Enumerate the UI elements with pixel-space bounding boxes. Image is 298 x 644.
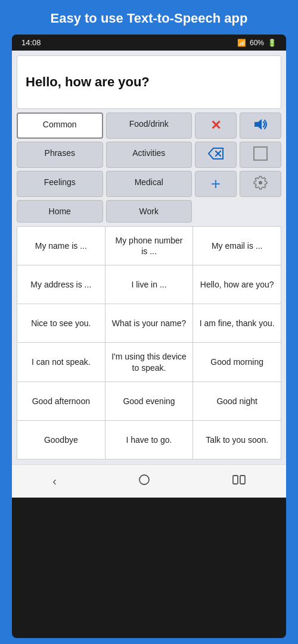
text-display-content: Hello, how are you?: [26, 74, 150, 90]
backspace-icon: [207, 147, 224, 163]
phrase-11[interactable]: Good morning: [193, 343, 281, 381]
button-grid: Common Food/drink ✕ Phrases Activities: [17, 112, 281, 223]
category-work[interactable]: Work: [106, 200, 193, 223]
svg-rect-5: [233, 476, 238, 484]
phrase-1[interactable]: My phone number is ...: [105, 227, 193, 265]
backspace-button[interactable]: [195, 142, 237, 168]
expand-icon: [253, 146, 268, 164]
phrase-4[interactable]: I live in ...: [105, 265, 193, 304]
status-right: 📶 60% 🔋: [237, 39, 277, 47]
speaker-icon: [252, 117, 269, 135]
category-activities[interactable]: Activities: [106, 142, 193, 168]
back-nav-icon[interactable]: ‹: [41, 472, 69, 490]
category-feelings[interactable]: Feelings: [17, 171, 103, 197]
plus-icon: +: [211, 176, 221, 192]
svg-rect-6: [240, 476, 245, 484]
category-home[interactable]: Home: [17, 200, 103, 223]
phrase-0[interactable]: My name is ...: [17, 227, 105, 265]
status-time: 14:08: [21, 38, 41, 47]
phrase-5[interactable]: Hello, how are you?: [193, 265, 281, 304]
app-title: Easy to use Text-to-Speech app: [51, 11, 248, 26]
app-header: Easy to use Text-to-Speech app: [0, 0, 298, 35]
svg-rect-4: [139, 475, 149, 484]
svg-marker-0: [254, 119, 262, 130]
phrase-2[interactable]: My email is ...: [193, 227, 281, 265]
phrase-14[interactable]: Good night: [193, 382, 281, 420]
phone-frame: 14:08 📶 60% 🔋 Hello, how are you? Common…: [12, 35, 286, 638]
recents-nav-icon[interactable]: [221, 471, 257, 491]
phrase-10[interactable]: I'm using this device to speak.: [105, 343, 193, 381]
battery-icon: 🔋: [268, 39, 277, 47]
phrase-12[interactable]: Good afternoon: [17, 382, 105, 420]
phrase-6[interactable]: Nice to see you.: [17, 304, 105, 342]
battery-level: 60%: [250, 39, 264, 47]
nav-bar: ‹: [12, 464, 286, 498]
category-phrases[interactable]: Phrases: [17, 142, 103, 168]
phrase-13[interactable]: Good evening: [105, 382, 193, 420]
clear-button[interactable]: ✕: [195, 112, 237, 139]
text-display: Hello, how are you?: [17, 55, 281, 109]
phrases-grid: My name is ... My phone number is ... My…: [17, 226, 281, 459]
home-nav-icon[interactable]: [126, 471, 163, 492]
category-medical[interactable]: Medical: [106, 171, 193, 197]
category-food[interactable]: Food/drink: [106, 112, 193, 139]
phrase-3[interactable]: My address is ...: [17, 265, 105, 304]
phrase-7[interactable]: What is your name?: [105, 304, 193, 342]
speak-button[interactable]: [240, 112, 281, 139]
gear-icon: [253, 176, 268, 193]
phrase-9[interactable]: I can not speak.: [17, 343, 105, 381]
status-bar: 14:08 📶 60% 🔋: [12, 35, 286, 51]
phrase-17[interactable]: Talk to you soon.: [193, 421, 281, 459]
svg-rect-3: [254, 147, 267, 160]
expand-button[interactable]: [240, 142, 281, 168]
phrase-16[interactable]: I have to go.: [105, 421, 193, 459]
wifi-icon: 📶: [237, 39, 246, 47]
phrase-8[interactable]: I am fine, thank you.: [193, 304, 281, 342]
settings-button[interactable]: [240, 171, 281, 197]
phrase-15[interactable]: Goodbye: [17, 421, 105, 459]
app-body: Hello, how are you? Common Food/drink ✕: [12, 51, 286, 464]
x-icon: ✕: [210, 118, 221, 133]
category-common[interactable]: Common: [17, 112, 103, 139]
add-button[interactable]: +: [195, 171, 237, 197]
